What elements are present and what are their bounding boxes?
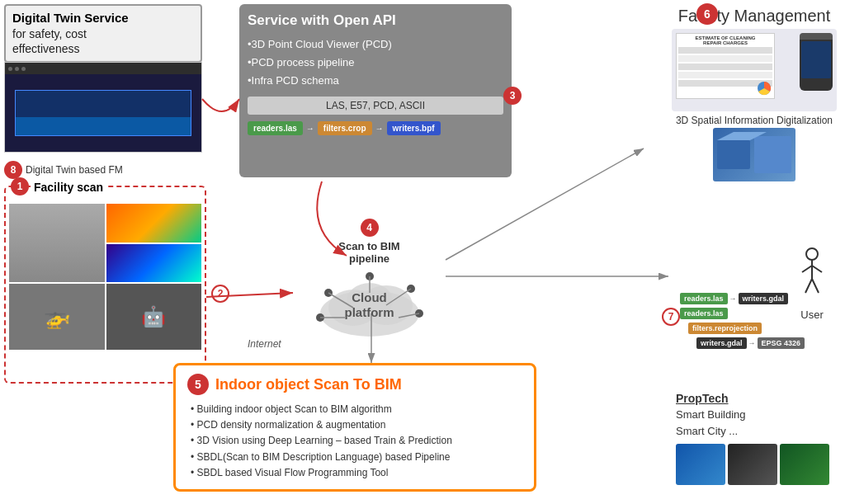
badge-8-label: Digital Twin based FM [26,164,123,176]
proptech-smart-building: Smart Building [676,407,841,423]
proptech-images [676,444,841,485]
indoor-scan-box: 5 Indoor object Scan To BIM Building ind… [173,363,536,492]
api-box: Service with Open API •3D Point Cloud Vi… [239,4,512,177]
api-item-1: •3D Point Cloud Viewer (PCD) [248,35,503,54]
indoor-item-3: 3D Vision using Deep Learning – based Tr… [187,433,522,449]
internet-label: Internet [248,338,281,350]
api-box-list: •3D Point Cloud Viewer (PCD) •PCD proces… [248,35,503,90]
indoor-item-5: SBDL based Visual Flow Programming Tool [187,465,522,481]
rpipe-btn-6: EPSG 4326 [758,337,805,349]
badge-7-circle: 7 [662,308,680,326]
indoor-item-2: PCD density normalization & augmentation [187,417,522,433]
rpipe-btn-3: readers.las [680,308,728,319]
proptech-title: PropTech [676,392,841,405]
robot-icon: 🤖 [141,305,166,328]
digital-twin-title: Digital Twin Service [12,11,194,25]
cloud-area: 4 Scan to BIMpipeline Cloudplatform [293,219,446,342]
facility-scan-label: Facility scan [31,181,106,194]
digital-twin-screenshot [4,62,202,153]
facility-mgmt-image: ESTIMATE OF CLEANINGREPAIR CHARGES [672,29,837,111]
format-label: LAS, E57, PCD, ASCII [248,97,503,115]
api-item-3: •Infra PCD schema [248,72,503,90]
spatial-info-text: 3D Spatial Information Digitalization [668,115,841,126]
svg-line-22 [805,279,812,293]
scan-image-thermal-bottom [106,244,202,283]
svg-rect-16 [754,136,791,173]
indoor-item-1: Building indoor object Scan to BIM algor… [187,402,522,417]
indoor-title-row: 5 Indoor object Scan To BIM [187,374,522,395]
pipeline-step2: filters.crop [318,121,372,135]
proptech-area: PropTech Smart Building Smart City ... [676,392,841,485]
right-pipeline-area: readers.las → writers.gdal readers.las f… [680,293,837,352]
digital-twin-subtitle: for safety, cost effectiveness [12,26,194,56]
scan-image-robot: 🤖 [106,284,202,350]
pipeline-step1: readers.las [248,121,303,135]
spatial-3d-image [713,128,795,181]
pipeline-arrow-1: → [306,124,314,133]
scan-image-thermal-top [106,204,202,243]
badge-8-area: 8 Digital Twin based FM [4,161,123,179]
indoor-item-4: SBDL(Scan to BIM Description Language) b… [187,450,522,465]
scan-image-building [9,204,105,282]
svg-rect-15 [717,140,750,169]
rpipe-btn-2: writers.gdal [739,293,789,304]
facility-scan-box: 1 Facility scan 🚁 🤖 [4,186,206,384]
facility-management-box: 6 Facility Management ESTIMATE OF CLEANI… [668,0,841,183]
badge-1-circle: 1 [11,177,29,195]
pipeline-row: readers.las → filters.crop → writers.bpf [248,121,503,135]
proptech-smart-city: Smart City ... [676,423,841,440]
badge-8-circle: 8 [4,161,22,179]
api-item-2: •PCD process pipeline [248,54,503,72]
user-stick-figure [795,247,828,297]
indoor-list: Building indoor object Scan to BIM algor… [187,402,522,481]
main-container: Digital Twin Service for safety, cost ef… [0,0,845,504]
badge-6-circle: 6 [696,3,718,25]
rpipe-btn-5: writers.gdal [696,337,747,349]
scan-image-drone: 🚁 [9,284,105,350]
api-box-title: Service with Open API [248,12,503,29]
badge-3-circle: 3 [503,87,522,105]
svg-line-23 [812,279,819,293]
fm-phone-icon [800,33,833,91]
facility-mgmt-title: Facility Management [668,0,841,26]
svg-line-21 [812,266,822,272]
badge-2-circle: 2 [211,285,229,303]
badge-4-circle: 4 [361,219,379,237]
badge-5-circle: 5 [187,374,209,395]
indoor-title: Indoor object Scan To BIM [215,376,402,393]
pipeline-step3: writers.bpf [387,121,441,135]
rpipe-btn-4: filters.reprojection [688,323,762,334]
pipeline-arrow-2: → [375,124,384,133]
rpipe-btn-1: readers.las [680,293,728,304]
svg-line-20 [802,266,812,272]
svg-point-18 [806,248,818,260]
cloud-shape: Cloudplatform [312,268,427,342]
proptech-image-2 [728,444,777,485]
proptech-image-1 [676,444,725,485]
scan-bim-label: Scan to BIMpipeline [338,240,399,265]
proptech-image-3 [780,444,829,485]
cloud-platform-text: Cloudplatform [345,290,394,320]
drone-icon: 🚁 [44,304,70,330]
digital-twin-service-box: Digital Twin Service for safety, cost ef… [4,4,202,63]
